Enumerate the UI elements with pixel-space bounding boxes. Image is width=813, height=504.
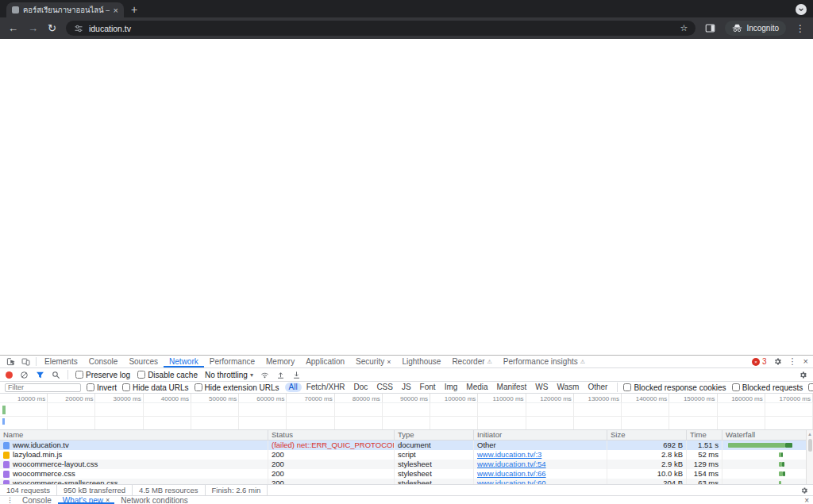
drawer-tab[interactable]: Network conditions: [116, 496, 192, 504]
bookmark-star-icon[interactable]: ☆: [680, 23, 688, 33]
table-row[interactable]: woocommerce-smallscreen.css 200 styleshe…: [0, 479, 813, 484]
resource-filter-pill[interactable]: Manifest: [493, 383, 531, 392]
filter-icon[interactable]: [36, 371, 44, 379]
devtools-tab[interactable]: Performance insights ⚠: [498, 356, 591, 367]
column-header-type[interactable]: Type: [395, 430, 474, 440]
scroll-up-icon[interactable]: ▲: [807, 432, 812, 437]
network-conditions-icon[interactable]: [260, 371, 269, 379]
column-header-initiator[interactable]: Initiator: [474, 430, 607, 440]
browser-tab[interactable]: คอร์สเรียนภาษาออนไลน์ – สถาบ ×: [6, 2, 124, 17]
close-tab-icon[interactable]: ×: [387, 358, 391, 366]
devtools-tab[interactable]: Security ×: [350, 356, 396, 367]
resource-filter-pill[interactable]: All: [285, 383, 302, 392]
table-row[interactable]: woocommerce-layout.css 200 stylesheet ww…: [0, 460, 813, 469]
inspect-element-icon[interactable]: [3, 356, 18, 367]
table-scrollbar[interactable]: ▲: [806, 430, 813, 484]
browser-menu-icon[interactable]: ⋮: [796, 23, 805, 34]
throttling-dropdown[interactable]: No throttling ▾: [205, 371, 253, 379]
table-row[interactable]: woocommerce.css 200 stylesheet www.iduca…: [0, 469, 813, 479]
export-har-icon[interactable]: [292, 371, 301, 379]
settings-gear-icon[interactable]: [800, 487, 808, 494]
resource-filter-pill[interactable]: Wasm: [553, 383, 583, 392]
devtools-tab-label: Performance insights: [503, 357, 578, 366]
import-har-icon[interactable]: [276, 371, 285, 379]
omnibox[interactable]: iducation.tv ☆: [66, 21, 696, 36]
table-row[interactable]: www.iducation.tv (failed) net::ERR_QUIC_…: [0, 441, 813, 450]
column-header-time[interactable]: Time: [687, 430, 722, 440]
devtools-tab[interactable]: Console: [83, 356, 124, 367]
third-party-checkbox[interactable]: 3rd-party requests: [808, 383, 813, 392]
hide-data-urls-checkbox[interactable]: Hide data URLs: [122, 383, 189, 392]
table-row[interactable]: lazyload.min.js 200 script www.iducation…: [0, 450, 813, 460]
device-toolbar-icon[interactable]: [18, 356, 33, 367]
reload-button[interactable]: ↻: [48, 23, 56, 33]
clear-icon[interactable]: [20, 371, 29, 379]
back-button[interactable]: ←: [8, 23, 18, 33]
network-overview[interactable]: 10000 ms 20000 ms 30000 ms 40000 ms 5000…: [0, 394, 813, 430]
request-name-cell[interactable]: woocommerce.css: [0, 469, 268, 479]
column-header-waterfall[interactable]: Waterfall: [722, 430, 813, 440]
request-name-cell[interactable]: woocommerce-smallscreen.css: [0, 479, 268, 484]
column-header-name[interactable]: Name: [0, 430, 268, 440]
devtools-tab[interactable]: Application: [300, 356, 350, 367]
url-text[interactable]: iducation.tv: [89, 24, 131, 33]
devtools-tab[interactable]: Elements: [39, 356, 83, 367]
initiator-link[interactable]: www.iducation.tv/:54: [477, 460, 546, 468]
forward-button[interactable]: →: [28, 23, 38, 33]
hide-extension-urls-checkbox[interactable]: Hide extension URLs: [195, 383, 279, 392]
initiator-link[interactable]: Other: [477, 441, 496, 449]
console-error-badge[interactable]: × 3: [752, 357, 767, 366]
resource-filter-pill[interactable]: JS: [398, 383, 415, 392]
record-button[interactable]: [6, 371, 13, 379]
devtools-tab-label: Lighthouse: [402, 357, 441, 366]
resource-filter-pill[interactable]: Other: [584, 383, 611, 392]
drawer-tab[interactable]: What's new ×: [58, 496, 115, 504]
search-icon[interactable]: [52, 371, 60, 379]
drawer-tab[interactable]: Console: [17, 496, 56, 504]
initiator-link[interactable]: www.iducation.tv/:3: [477, 450, 541, 459]
resource-filter-pill[interactable]: Fetch/XHR: [302, 383, 349, 392]
resource-filter-pill[interactable]: CSS: [372, 383, 397, 392]
devtools-tab[interactable]: Performance: [204, 356, 260, 367]
resource-filter-pill[interactable]: WS: [531, 383, 552, 392]
devtools-settings-icon[interactable]: [773, 357, 782, 366]
devtools-tab[interactable]: Memory: [260, 356, 300, 367]
devtools-tab[interactable]: Network: [164, 356, 204, 367]
request-name-cell[interactable]: www.iducation.tv: [0, 441, 268, 450]
site-info-icon[interactable]: [74, 24, 83, 33]
invert-checkbox[interactable]: Invert: [87, 383, 117, 392]
devtools-tab[interactable]: Sources: [123, 356, 164, 367]
close-tab-icon[interactable]: ×: [106, 496, 110, 504]
resource-filter-pill[interactable]: Img: [441, 383, 462, 392]
new-tab-button[interactable]: +: [131, 4, 137, 15]
devtools-tab[interactable]: Recorder ⚠: [446, 356, 497, 367]
devtools-tab[interactable]: Lighthouse: [396, 356, 446, 367]
devtools-close-icon[interactable]: ×: [803, 357, 808, 366]
blocked-requests-checkbox[interactable]: Blocked requests: [732, 383, 803, 392]
request-name-cell[interactable]: woocommerce-layout.css: [0, 460, 268, 469]
scrollbar-thumb[interactable]: [808, 439, 812, 452]
devtools-menu-icon[interactable]: ⋮: [788, 357, 797, 366]
resource-filter-pill[interactable]: Media: [462, 383, 491, 392]
tab-search-button[interactable]: [796, 4, 807, 15]
browser-window: คอร์สเรียนภาษาออนไลน์ – สถาบ × + ← → ↻ i…: [0, 0, 813, 504]
drawer-close-icon[interactable]: ×: [804, 496, 809, 504]
request-name-cell[interactable]: lazyload.min.js: [0, 450, 268, 460]
blocked-cookies-checkbox[interactable]: Blocked response cookies: [623, 383, 726, 392]
network-settings-icon[interactable]: [799, 371, 807, 379]
incognito-badge: Incognito: [725, 21, 786, 36]
drawer-menu-icon[interactable]: ⋮: [4, 496, 16, 504]
initiator-link[interactable]: www.iducation.tv/:60: [477, 479, 546, 484]
disable-cache-checkbox[interactable]: Disable cache: [137, 371, 198, 379]
column-header-status[interactable]: Status: [268, 430, 395, 440]
tab-close-icon[interactable]: ×: [114, 6, 118, 15]
side-panel-icon[interactable]: [705, 23, 715, 33]
column-header-size[interactable]: Size: [607, 430, 687, 440]
resource-filter-pill[interactable]: Doc: [350, 383, 372, 392]
preserve-log-checkbox[interactable]: Preserve log: [75, 371, 130, 379]
resource-filter-pill[interactable]: Font: [416, 383, 440, 392]
initiator-link[interactable]: www.iducation.tv/:66: [477, 469, 546, 478]
filter-input[interactable]: [5, 383, 81, 392]
error-count: 3: [762, 357, 767, 366]
devtools-tab-label: Security: [356, 357, 384, 366]
